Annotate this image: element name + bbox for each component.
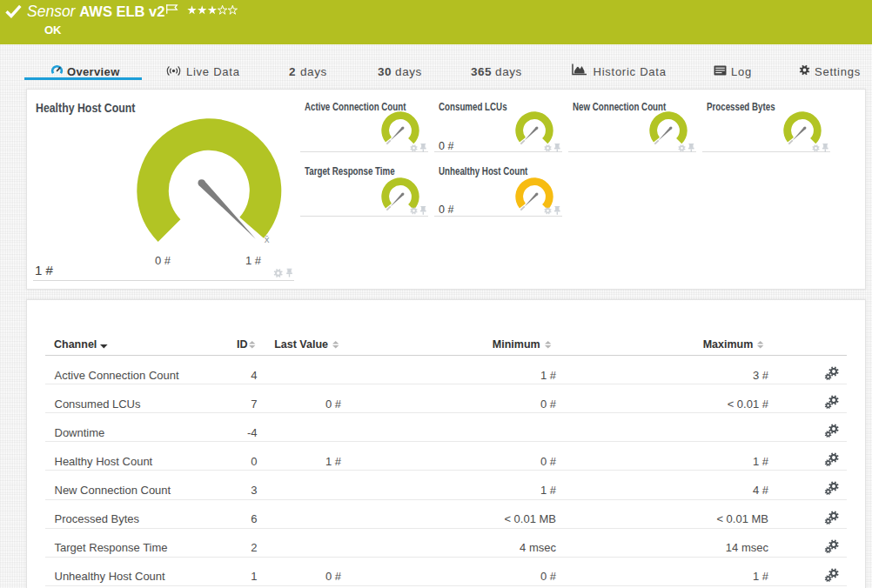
svg-text:x̄: x̄	[265, 234, 270, 244]
